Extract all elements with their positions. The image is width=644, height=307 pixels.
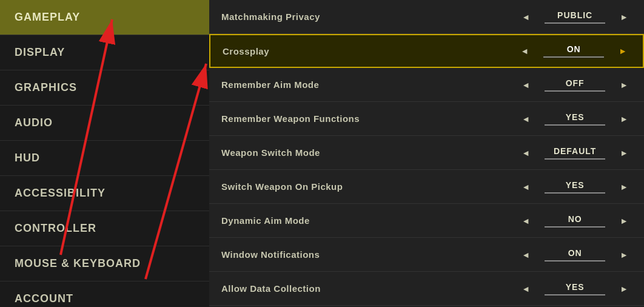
sidebar-item-label: CONTROLLER [15,222,96,234]
arrow-right-btn[interactable]: ► [616,282,632,296]
arrow-left-btn[interactable]: ◄ [518,146,534,160]
setting-value: OFF [566,78,585,88]
value-bar [543,56,604,58]
setting-value: YES [566,180,585,190]
sidebar-item-accessibility[interactable]: ACCESSIBILITY [0,176,209,211]
value-container: ON [537,44,610,58]
value-bar [545,22,605,24]
setting-control: ◄DEFAULT► [511,146,632,160]
value-container: DEFAULT [538,146,611,160]
arrow-right-btn[interactable]: ► [616,248,632,262]
setting-label: Switch Weapon On Pickup [221,181,511,192]
setting-label: Remember Aim Mode [221,79,511,90]
setting-row-switch-weapon-on-pickup: Switch Weapon On Pickup◄YES► [209,170,644,204]
sidebar-item-account[interactable]: ACCOUNT [0,282,209,307]
arrow-left-btn[interactable]: ◄ [518,10,534,24]
setting-control: ◄YES► [511,180,632,194]
arrow-right-btn[interactable]: ► [616,146,632,160]
setting-row-allow-data-collection: Allow Data Collection◄YES► [209,272,644,306]
setting-value: ON [568,248,582,258]
value-container: NO [538,214,611,228]
setting-control: ◄ON► [509,44,631,58]
value-container: OFF [538,78,611,92]
setting-value: ON [567,44,581,54]
arrow-right-btn[interactable]: ► [616,214,632,228]
sidebar-item-graphics[interactable]: GRAPHICS [0,70,209,106]
setting-row-remember-weapon-functions: Remember Weapon Functions◄YES► [209,102,644,136]
arrow-right-btn[interactable]: ► [616,180,632,194]
setting-control: ◄YES► [511,112,632,126]
value-bar [545,226,605,228]
setting-control: ◄YES► [511,282,632,296]
setting-label: Remember Weapon Functions [221,113,511,124]
sidebar-item-display[interactable]: DISPLAY [0,35,209,70]
sidebar-item-audio[interactable]: AUDIO [0,106,209,141]
setting-label: Weapon Switch Mode [221,147,511,158]
value-container: YES [538,282,611,295]
sidebar-item-mouse-keyboard[interactable]: MOUSE & KEYBOARD [0,246,209,282]
value-bar [545,90,605,92]
sidebar-item-hud[interactable]: HUD [0,141,209,176]
sidebar-item-label: AUDIO [15,116,53,129]
arrow-right-btn[interactable]: ► [615,44,631,58]
sidebar-item-label: HUD [15,152,40,164]
arrow-left-btn[interactable]: ◄ [518,248,534,262]
sidebar-item-label: ACCOUNT [15,292,73,305]
setting-label: Window Notifications [221,249,511,260]
setting-value: DEFAULT [554,146,597,156]
arrow-left-btn[interactable]: ◄ [518,78,534,92]
setting-row-crossplay: Crossplay◄ON► [209,34,644,68]
arrow-right-btn[interactable]: ► [616,10,632,24]
value-bar [545,294,605,295]
setting-control: ◄OFF► [511,78,632,92]
value-bar [545,192,605,194]
arrow-right-btn[interactable]: ► [616,78,632,92]
sidebar: GAMEPLAYDISPLAYGRAPHICSAUDIOHUDACCESSIBI… [0,0,209,307]
setting-value: NO [568,214,582,224]
sidebar-item-label: GAMEPLAY [15,11,80,23]
sidebar-item-label: DISPLAY [15,46,65,58]
arrow-left-btn[interactable]: ◄ [518,112,534,126]
value-container: ON [538,248,611,261]
setting-row-window-notifications: Window Notifications◄ON► [209,238,644,272]
sidebar-item-label: GRAPHICS [15,81,77,93]
setting-value: YES [566,112,585,122]
setting-control: ◄NO► [511,214,632,228]
setting-value: PUBLIC [557,10,592,20]
setting-row-weapon-switch-mode: Weapon Switch Mode◄DEFAULT► [209,136,644,170]
arrow-left-btn[interactable]: ◄ [518,282,534,296]
value-bar [545,158,605,160]
arrow-right-btn[interactable]: ► [616,112,632,126]
sidebar-item-label: ACCESSIBILITY [15,187,106,199]
setting-label: Matchmaking Privacy [221,12,511,22]
value-container: YES [538,112,611,126]
sidebar-item-gameplay[interactable]: GAMEPLAY [0,0,209,35]
sidebar-item-label: MOUSE & KEYBOARD [15,257,141,269]
setting-value: YES [566,282,585,292]
setting-control: ◄PUBLIC► [511,10,632,24]
arrow-left-btn[interactable]: ◄ [518,214,534,228]
setting-label: Allow Data Collection [221,283,511,294]
main-content: Matchmaking Privacy◄PUBLIC►Crossplay◄ON►… [209,0,644,307]
setting-label: Dynamic Aim Mode [221,215,511,226]
value-container: YES [538,180,611,194]
setting-label: Crossplay [223,46,509,56]
value-bar [545,124,605,126]
arrow-left-btn[interactable]: ◄ [518,180,534,194]
value-bar [545,260,605,261]
value-container: PUBLIC [538,10,611,24]
setting-row-matchmaking-privacy: Matchmaking Privacy◄PUBLIC► [209,0,644,34]
setting-control: ◄ON► [511,248,632,262]
setting-row-dynamic-aim-mode: Dynamic Aim Mode◄NO► [209,204,644,238]
setting-row-remember-aim-mode: Remember Aim Mode◄OFF► [209,68,644,102]
sidebar-item-controller[interactable]: CONTROLLER [0,211,209,246]
arrow-left-btn[interactable]: ◄ [517,44,532,58]
